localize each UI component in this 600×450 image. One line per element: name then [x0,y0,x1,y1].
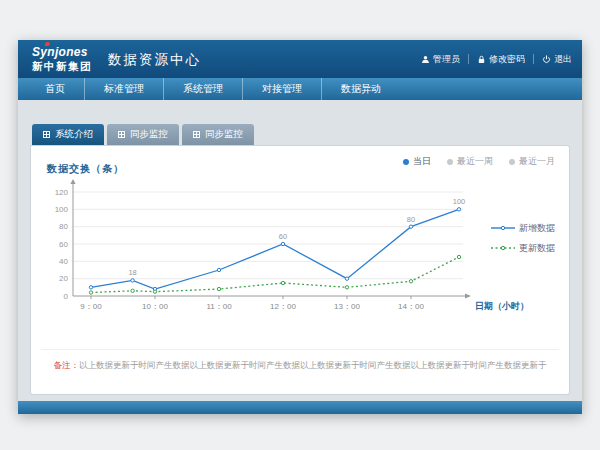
range-legend-label: 最近一周 [457,155,493,168]
svg-text:9：00: 9：00 [80,302,102,311]
nav-item-system-mgmt[interactable]: 系统管理 [163,78,242,100]
svg-text:12：00: 12：00 [270,302,296,311]
nav-item-data-change[interactable]: 数据异动 [321,78,400,100]
divider [533,54,534,64]
svg-text:100: 100 [55,205,69,214]
grid-icon [43,131,50,138]
nav-item-home[interactable]: 首页 [26,78,84,100]
app-header: Synjones 新中新集团 数据资源中心 管理员 修改密码 退出 [18,40,582,78]
tab-label: 同步监控 [130,128,168,141]
grid-icon [118,131,125,138]
svg-text:更新数据: 更新数据 [519,243,555,253]
svg-text:20: 20 [59,274,68,283]
svg-text:60: 60 [279,232,287,241]
tab-sync-monitor-2[interactable]: 同步监控 [182,124,254,145]
nav-item-integration-mgmt[interactable]: 对接管理 [242,78,321,100]
footer-bar [18,401,582,414]
svg-text:11：00: 11：00 [206,302,232,311]
content-area: 系统介绍同步监控同步监控 当日最近一周最近一月 数据交换（条） 02040608… [18,100,582,401]
page-title: 数据资源中心 [108,51,201,69]
svg-text:100: 100 [453,197,466,206]
line-chart: 0204060801001209：0010：0011：0012：0013：001… [39,178,563,336]
tab-label: 同步监控 [205,128,243,141]
user-label: 管理员 [433,53,460,66]
logout-button[interactable]: 退出 [542,53,572,66]
range-legend-label: 当日 [413,155,431,168]
svg-text:40: 40 [59,257,68,266]
legend-dot-icon [447,159,453,165]
logout-label: 退出 [554,53,572,66]
header-actions: 管理员 修改密码 退出 [421,53,572,66]
footnote-text: 以上数据更新于时间产生数据以上数据更新于时间产生数据以上数据更新于时间产生数据以… [79,360,547,370]
svg-text:0: 0 [64,292,69,301]
nav-item-standard-mgmt[interactable]: 标准管理 [84,78,163,100]
legend-dot-icon [509,159,515,165]
range-last-month[interactable]: 最近一月 [509,155,555,168]
user-button[interactable]: 管理员 [421,53,460,66]
footnote: 备注：以上数据更新于时间产生数据以上数据更新于时间产生数据以上数据更新于时间产生… [41,349,559,372]
chart-panel: 当日最近一周最近一月 数据交换（条） 0204060801001209：0010… [30,145,570,395]
user-icon [421,55,430,64]
power-icon [542,55,551,64]
logo-wordmark: Synjones [32,46,92,58]
chart-range-legend: 当日最近一周最近一月 [403,155,555,168]
change-password-label: 修改密码 [489,53,525,66]
svg-text:10：00: 10：00 [142,302,168,311]
lock-icon [477,55,486,64]
change-password-button[interactable]: 修改密码 [477,53,525,66]
range-last-week[interactable]: 最近一周 [447,155,493,168]
svg-text:13：00: 13：00 [334,302,360,311]
app-window: Synjones 新中新集团 数据资源中心 管理员 修改密码 退出 首页标准管理… [18,40,582,414]
logo-company-name: 新中新集团 [32,61,92,72]
range-today[interactable]: 当日 [403,155,431,168]
svg-text:新增数据: 新增数据 [519,223,555,233]
range-legend-label: 最近一月 [519,155,555,168]
divider [468,54,469,64]
footnote-label: 备注： [54,360,80,370]
svg-text:80: 80 [59,222,68,231]
svg-text:18: 18 [128,268,136,277]
tab-bar: 系统介绍同步监控同步监控 [32,124,570,145]
svg-text:80: 80 [407,215,415,224]
tab-label: 系统介绍 [55,128,93,141]
legend-dot-icon [403,159,409,165]
svg-text:60: 60 [59,240,68,249]
tab-sync-monitor-1[interactable]: 同步监控 [107,124,179,145]
svg-text:14：00: 14：00 [398,302,424,311]
svg-text:日期（小时）: 日期（小时） [475,301,529,311]
svg-text:120: 120 [55,188,69,197]
tab-system-intro[interactable]: 系统介绍 [32,124,104,145]
grid-icon [193,131,200,138]
logo: Synjones 新中新集团 [32,46,92,72]
main-nav: 首页标准管理系统管理对接管理数据异动 [18,78,582,100]
